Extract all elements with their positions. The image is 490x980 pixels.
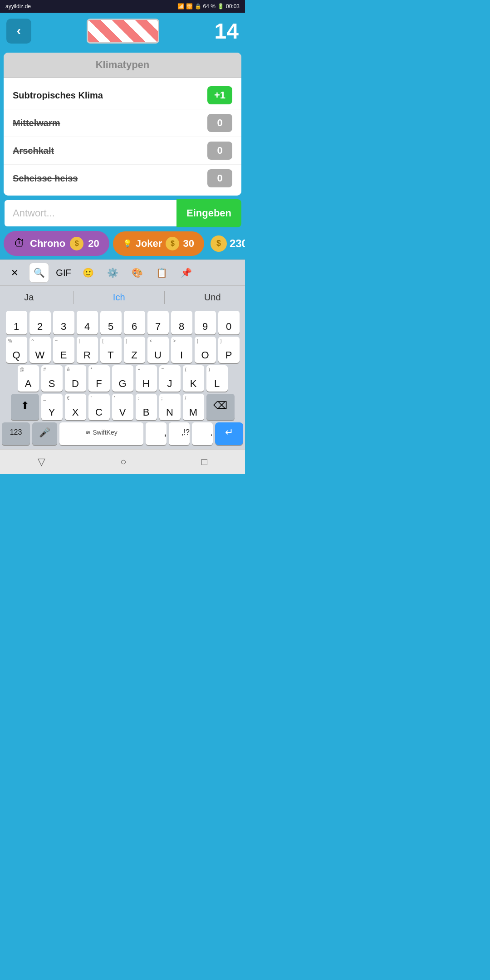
section-title: Klimatypen [4, 53, 241, 78]
settings-icon: ⚙️ [107, 267, 118, 278]
key-3[interactable]: 3 [53, 311, 74, 334]
enter-key[interactable]: ↵ [215, 422, 243, 445]
period-key[interactable]: . [192, 422, 213, 445]
search-toolbar-button[interactable]: 🔍 [29, 263, 49, 283]
joker-icon: 💡 [123, 239, 132, 248]
key-F[interactable]: *F [88, 365, 110, 392]
key-L[interactable]: )L [206, 365, 228, 392]
vpn-icon: 🔒 [195, 3, 201, 10]
nav-home-button[interactable]: ○ [120, 456, 126, 468]
joker-cost: 30 [183, 238, 194, 250]
key-J[interactable]: =J [159, 365, 181, 392]
key-E[interactable]: ~E [53, 337, 74, 363]
key-8[interactable]: 8 [171, 311, 192, 334]
emoji-button[interactable]: 🙂 [78, 263, 98, 283]
back-button[interactable]: ‹ [6, 19, 31, 44]
score-badge-1: +1 [207, 86, 232, 104]
page-number: 14 [215, 19, 239, 44]
suggestion-divider [164, 291, 165, 304]
score-badge-4: 0 [207, 169, 232, 187]
powerup-row: ⏱ Chrono $ 20 💡 Joker $ 30 $ 230 [4, 231, 241, 256]
top-nav: ‹ 14 [0, 13, 245, 49]
bottom-nav: ▽ ○ □ [0, 449, 245, 474]
exclamation-key[interactable]: ,!? [169, 422, 190, 445]
key-S[interactable]: #S [41, 365, 63, 392]
key-9[interactable]: 9 [195, 311, 216, 334]
key-M[interactable]: /M [183, 394, 204, 420]
mic-icon: 🎤 [39, 427, 50, 438]
key-V[interactable]: 'V [112, 394, 133, 420]
keyboard: 1 2 3 4 5 6 7 8 9 0 %Q ^W ~E |R [T ]Z <U… [0, 309, 245, 449]
chrono-button[interactable]: ⏱ Chrono $ 20 [4, 231, 109, 256]
nav-back-button[interactable]: ▽ [38, 456, 45, 468]
keyboard-toolbar: ✕ 🔍 GIF 🙂 ⚙️ 🎨 📋 📌 [0, 260, 245, 285]
key-W[interactable]: ^W [29, 337, 51, 363]
gif-button[interactable]: GIF [54, 263, 74, 283]
nav-recent-button[interactable]: □ [201, 456, 207, 468]
key-D[interactable]: &D [65, 365, 86, 392]
search-icon: 🔍 [34, 267, 45, 278]
key-H[interactable]: +H [136, 365, 157, 392]
suggestion-0[interactable]: Ja [15, 290, 43, 304]
suggestion-row: Ja Ich Und [0, 285, 245, 309]
key-T[interactable]: [T [100, 337, 122, 363]
answer-label-3: Arschkalt [13, 146, 54, 156]
key-1[interactable]: 1 [6, 311, 27, 334]
qwerty-row2: @A #S &D *F -G +H =J (K )L [2, 365, 243, 392]
key-0[interactable]: 0 [218, 311, 240, 334]
number-row: 1 2 3 4 5 6 7 8 9 0 [2, 311, 243, 334]
coins-icon: $ [211, 235, 227, 252]
settings-button[interactable]: ⚙️ [103, 263, 122, 283]
key-I[interactable]: >I [171, 337, 192, 363]
pin-button[interactable]: 📌 [176, 263, 196, 283]
answer-row: Subtropisches Klima +1 [4, 82, 241, 109]
chrono-cost: 20 [88, 238, 99, 250]
chrono-icon: ⏱ [14, 236, 25, 250]
key-R[interactable]: |R [77, 337, 98, 363]
answer-row: Arschkalt 0 [4, 137, 241, 165]
num123-key[interactable]: 123 [2, 422, 30, 445]
answer-rows: Subtropisches Klima +1 Mittelwarm 0 Arsc… [4, 78, 241, 196]
key-B[interactable]: :B [136, 394, 157, 420]
suggestion-2[interactable]: Und [195, 290, 230, 304]
key-G[interactable]: -G [112, 365, 133, 392]
key-A[interactable]: @A [18, 365, 39, 392]
key-X[interactable]: €X [65, 394, 86, 420]
key-6[interactable]: 6 [124, 311, 145, 334]
clipboard-icon: 📋 [156, 267, 167, 278]
shift-icon: ⬆ [21, 400, 29, 412]
backspace-icon: ⌫ [213, 400, 227, 412]
key-2[interactable]: 2 [29, 311, 51, 334]
mic-key[interactable]: 🎤 [32, 422, 57, 445]
clipboard-button[interactable]: 📋 [152, 263, 172, 283]
signal-icon: 📶 [177, 3, 184, 10]
num123-label: 123 [10, 429, 22, 436]
joker-button[interactable]: 💡 Joker $ 30 [113, 231, 204, 256]
key-C[interactable]: "C [88, 394, 110, 420]
key-Z[interactable]: ]Z [124, 337, 145, 363]
space-key[interactable]: ≋ SwiftKey [59, 422, 143, 445]
answer-row: Mittelwarm 0 [4, 109, 241, 137]
key-Y[interactable]: _Y [41, 394, 63, 420]
input-row: Eingeben [4, 199, 241, 227]
key-U[interactable]: <U [147, 337, 169, 363]
key-4[interactable]: 4 [77, 311, 98, 334]
submit-button[interactable]: Eingeben [176, 199, 241, 227]
close-button[interactable]: ✕ [5, 263, 24, 283]
qwerty-row1: %Q ^W ~E |R [T ]Z <U >I {O }P [2, 337, 243, 363]
answer-input[interactable] [4, 199, 176, 227]
comma-key[interactable]: , [146, 422, 167, 445]
key-N[interactable]: ;N [159, 394, 181, 420]
key-P[interactable]: }P [218, 337, 240, 363]
suggestion-1[interactable]: Ich [104, 290, 134, 304]
close-icon: ✕ [11, 267, 19, 278]
key-7[interactable]: 7 [147, 311, 169, 334]
shift-key[interactable]: ⬆ [11, 394, 39, 420]
backspace-key[interactable]: ⌫ [206, 394, 235, 420]
key-O[interactable]: {O [195, 337, 216, 363]
key-K[interactable]: (K [183, 365, 204, 392]
joker-label: Joker [136, 238, 162, 250]
key-Q[interactable]: %Q [6, 337, 27, 363]
palette-button[interactable]: 🎨 [127, 263, 147, 283]
key-5[interactable]: 5 [100, 311, 122, 334]
